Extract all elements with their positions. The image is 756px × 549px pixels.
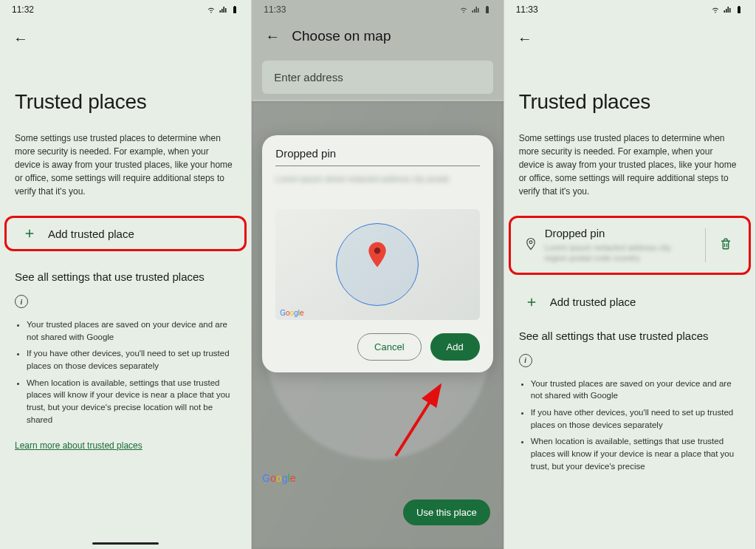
svg-point-0	[374, 248, 381, 254]
plus-icon	[21, 227, 38, 240]
location-pin-icon	[524, 237, 537, 253]
modal-title: Dropped pin	[275, 147, 479, 166]
modal-address-blurred: Lorem ipsum street redacted address city…	[275, 174, 479, 202]
google-logo: Google	[280, 309, 303, 317]
page-description: Some settings use trusted places to dete…	[519, 132, 740, 198]
highlight-dropped-pin: Dropped pin Lorem ipsum redacted address…	[509, 216, 751, 275]
topbar: ←	[0, 18, 251, 53]
trusted-place-address-blurred: Lorem ipsum redacted address city region…	[545, 242, 678, 264]
battery-icon	[483, 5, 492, 14]
trusted-place-row[interactable]: Dropped pin Lorem ipsum redacted address…	[521, 218, 738, 273]
signal-icon	[723, 5, 732, 14]
add-button[interactable]: Add	[430, 333, 480, 361]
search-address-input[interactable]: Enter address	[262, 61, 492, 94]
divider	[705, 228, 706, 262]
section-title[interactable]: See all settings that use trusted places	[15, 269, 236, 284]
list-item: When location is available, settings tha…	[531, 435, 740, 472]
learn-more-link[interactable]: Learn more about trusted places	[15, 440, 236, 451]
info-icon	[15, 295, 28, 308]
list-item: When location is available, settings tha…	[27, 377, 236, 426]
status-bar: 11:33	[504, 0, 755, 18]
status-icons	[207, 5, 239, 14]
highlight-add-trusted: Add trusted place	[4, 216, 247, 251]
map-pin-icon	[368, 242, 387, 270]
plus-icon	[523, 296, 540, 309]
wifi-icon	[459, 5, 468, 14]
topbar-title: Choose on map	[292, 28, 391, 44]
signal-icon	[471, 5, 480, 14]
list-item: Your trusted places are saved on your de…	[27, 318, 236, 343]
cancel-button[interactable]: Cancel	[357, 333, 421, 361]
dropped-pin-modal: Dropped pin Lorem ipsum street redacted …	[262, 135, 492, 372]
screen-trusted-places-empty: 11:32 ← Trusted places Some settings use…	[0, 0, 252, 549]
page-title: Trusted places	[15, 90, 236, 114]
search-placeholder: Enter address	[274, 71, 343, 83]
screen-trusted-places-with-pin: 11:33 ← Trusted places Some settings use…	[504, 0, 756, 549]
info-bullets: Your trusted places are saved on your de…	[519, 378, 740, 477]
add-trusted-place-row[interactable]: Add trusted place	[17, 218, 234, 249]
list-item: If you have other devices, you'll need t…	[27, 347, 236, 372]
signal-icon	[219, 5, 227, 14]
status-bar: 11:32	[0, 0, 251, 18]
back-arrow-icon[interactable]: ←	[518, 31, 532, 46]
info-bullets: Your trusted places are saved on your de…	[15, 318, 236, 430]
topbar: ← Choose on map	[252, 18, 503, 55]
info-icon	[519, 354, 532, 367]
add-trusted-place-label: Add trusted place	[48, 228, 134, 240]
status-icons	[459, 5, 492, 14]
svg-point-2	[529, 241, 532, 244]
status-time: 11:32	[12, 4, 34, 15]
wifi-icon	[207, 5, 216, 14]
google-logo: Google	[262, 472, 295, 484]
back-arrow-icon[interactable]: ←	[13, 31, 28, 46]
page-title: Trusted places	[519, 90, 740, 114]
add-trusted-place-row[interactable]: Add trusted place	[519, 287, 740, 318]
use-this-place-button[interactable]: Use this place	[403, 499, 490, 525]
section-title[interactable]: See all settings that use trusted places	[519, 328, 740, 344]
list-item: Your trusted places are saved on your de…	[531, 378, 740, 402]
map-area[interactable]: Dropped pin Lorem ipsum street redacted …	[252, 101, 503, 549]
page-description: Some settings use trusted places to dete…	[15, 132, 236, 198]
wifi-icon	[711, 5, 720, 14]
home-indicator[interactable]	[92, 542, 159, 545]
modal-map-preview: Google	[275, 209, 479, 320]
screen-choose-on-map: 11:33 ← Choose on map Enter address Drop…	[252, 0, 504, 549]
add-trusted-place-label: Add trusted place	[550, 296, 636, 308]
status-time: 11:33	[264, 4, 286, 15]
status-icons	[711, 5, 743, 14]
status-time: 11:33	[516, 4, 538, 15]
trusted-place-title: Dropped pin	[545, 227, 695, 239]
back-arrow-icon[interactable]: ←	[265, 29, 280, 44]
modal-actions: Cancel Add	[275, 333, 479, 361]
battery-icon	[735, 5, 743, 14]
list-item: If you have other devices, you'll need t…	[531, 406, 740, 431]
battery-icon	[230, 5, 239, 14]
delete-button[interactable]	[716, 234, 735, 256]
topbar: ←	[504, 18, 755, 53]
status-bar: 11:33	[252, 0, 503, 18]
